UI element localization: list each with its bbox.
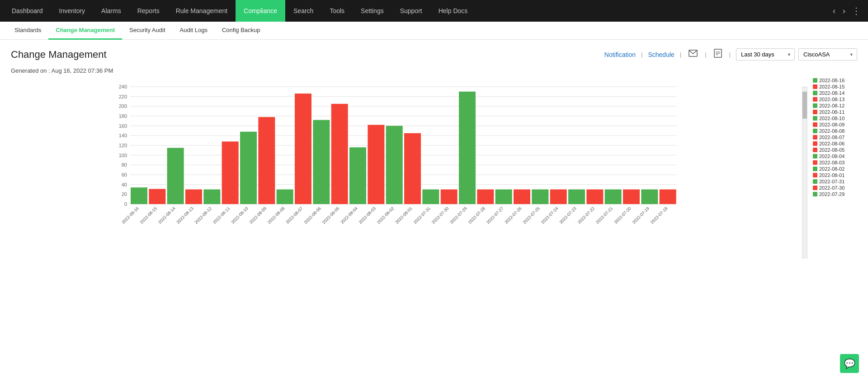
svg-text:2022-07-22: 2022-07-22 xyxy=(576,206,595,225)
legend-item-2022-08-14: 2022-08-14 xyxy=(813,90,857,96)
bar-2022-07-20[interactable] xyxy=(623,190,640,205)
legend-item-2022-08-16: 2022-08-16 xyxy=(813,78,857,83)
bar-2022-07-30[interactable] xyxy=(441,190,458,205)
legend-color-dot xyxy=(813,173,817,177)
nav-more-button[interactable]: ⋮ xyxy=(848,5,864,16)
bar-2022-08-03[interactable] xyxy=(368,125,384,205)
legend-color-dot xyxy=(813,186,817,190)
svg-text:40: 40 xyxy=(122,182,127,187)
time-range-select[interactable]: Last 30 days Last 7 days Last 90 days xyxy=(736,48,795,61)
bar-2022-07-22[interactable] xyxy=(586,190,603,205)
nav-item-support[interactable]: Support xyxy=(392,0,430,22)
bar-2022-08-14[interactable] xyxy=(167,148,184,204)
legend-item-2022-08-07: 2022-08-07 xyxy=(813,135,857,140)
legend-label: 2022-08-12 xyxy=(819,103,844,108)
legend-item-2022-08-06: 2022-08-06 xyxy=(813,141,857,146)
legend-label: 2022-07-29 xyxy=(819,191,844,197)
chart-container: 0204060801001201401601802002202402022-08… xyxy=(0,78,868,272)
subnav-item-standards[interactable]: Standards xyxy=(7,22,48,40)
legend-color-dot xyxy=(813,103,817,108)
nav-item-help-docs[interactable]: Help Docs xyxy=(430,0,476,22)
bar-2022-08-04[interactable] xyxy=(349,147,366,204)
nav-next-button[interactable]: › xyxy=(840,5,848,18)
legend-label: 2022-07-31 xyxy=(819,179,844,184)
device-select[interactable]: CiscoASA All Devices xyxy=(798,48,857,61)
bar-2022-08-02[interactable] xyxy=(386,126,403,204)
legend-label: 2022-08-07 xyxy=(819,135,844,140)
bar-2022-07-25[interactable] xyxy=(532,190,548,205)
bar-2022-08-13[interactable] xyxy=(185,190,202,205)
schedule-link[interactable]: Schedule xyxy=(648,51,674,58)
svg-text:2022-08-08: 2022-08-08 xyxy=(266,206,285,225)
email-icon-button[interactable] xyxy=(687,49,699,60)
bar-2022-07-28[interactable] xyxy=(477,190,494,205)
legend-item-2022-08-05: 2022-08-05 xyxy=(813,147,857,153)
chart-scrollbar[interactable] xyxy=(802,87,807,258)
nav-item-settings[interactable]: Settings xyxy=(353,0,392,22)
bar-2022-08-15[interactable] xyxy=(149,189,165,204)
subnav-item-audit-logs[interactable]: Audit Logs xyxy=(173,22,215,40)
svg-text:20: 20 xyxy=(122,191,127,197)
bar-2022-07-18[interactable] xyxy=(660,190,676,205)
nav-item-rule-management[interactable]: Rule Management xyxy=(168,0,236,22)
svg-text:2022-08-15: 2022-08-15 xyxy=(139,206,158,225)
chart-scroll-thumb[interactable] xyxy=(802,92,807,119)
bar-2022-08-11[interactable] xyxy=(222,141,239,204)
nav-item-tools[interactable]: Tools xyxy=(321,0,353,22)
svg-text:220: 220 xyxy=(119,94,127,99)
bar-2022-07-26[interactable] xyxy=(514,190,530,205)
legend-color-dot xyxy=(813,135,817,140)
bar-2022-08-12[interactable] xyxy=(203,190,220,205)
nav-arrows: ‹ › xyxy=(830,5,848,18)
bar-2022-08-10[interactable] xyxy=(240,132,257,204)
header-actions: Notification | Schedule | | | Last 30 da… xyxy=(604,48,857,61)
svg-text:240: 240 xyxy=(119,84,127,89)
legend-color-dot xyxy=(813,148,817,152)
legend-label: 2022-08-03 xyxy=(819,160,844,165)
svg-text:2022-07-18: 2022-07-18 xyxy=(649,206,668,225)
nav-item-dashboard[interactable]: Dashboard xyxy=(4,0,51,22)
svg-text:2022-07-29: 2022-07-29 xyxy=(449,206,468,225)
bar-2022-07-31[interactable] xyxy=(422,190,439,205)
svg-text:2022-07-28: 2022-07-28 xyxy=(467,206,486,225)
bar-2022-08-01[interactable] xyxy=(404,133,421,204)
bar-2022-08-09[interactable] xyxy=(258,117,275,204)
bar-chart: 0204060801001201401601802002202402022-08… xyxy=(11,78,800,267)
legend-color-dot xyxy=(813,141,817,146)
pdf-icon-button[interactable] xyxy=(712,48,724,61)
legend-item-2022-08-04: 2022-08-04 xyxy=(813,154,857,159)
nav-item-search[interactable]: Search xyxy=(285,0,321,22)
subnav-item-config-backup[interactable]: Config Backup xyxy=(215,22,268,40)
subnav-item-change-management[interactable]: Change Management xyxy=(48,22,122,40)
nav-item-alarms[interactable]: Alarms xyxy=(93,0,129,22)
bar-2022-08-07[interactable] xyxy=(295,93,311,204)
svg-text:2022-07-19: 2022-07-19 xyxy=(631,206,650,225)
sep3: | xyxy=(705,51,706,58)
subnav-item-security-audit[interactable]: Security Audit xyxy=(122,22,173,40)
legend-color-dot xyxy=(813,154,817,158)
bar-2022-07-21[interactable] xyxy=(605,190,622,205)
svg-text:2022-07-21: 2022-07-21 xyxy=(594,206,613,225)
legend-label: 2022-08-05 xyxy=(819,147,844,153)
svg-text:2022-07-23: 2022-07-23 xyxy=(558,206,577,225)
bar-2022-08-06[interactable] xyxy=(313,120,330,204)
legend-label: 2022-08-08 xyxy=(819,128,844,134)
notification-link[interactable]: Notification xyxy=(604,51,636,58)
generated-on-text: Generated on : Aug 16, 2022 07:36 PM xyxy=(11,67,113,74)
bar-2022-07-27[interactable] xyxy=(495,190,512,205)
bar-2022-07-29[interactable] xyxy=(459,92,476,204)
nav-item-inventory[interactable]: Inventory xyxy=(51,0,94,22)
nav-prev-button[interactable]: ‹ xyxy=(830,5,838,18)
legend-color-dot xyxy=(813,97,817,102)
bar-2022-08-16[interactable] xyxy=(131,187,147,204)
bar-2022-07-19[interactable] xyxy=(641,190,658,205)
bar-2022-07-24[interactable] xyxy=(550,190,567,205)
bar-2022-07-23[interactable] xyxy=(568,190,585,205)
bar-2022-08-08[interactable] xyxy=(277,190,293,205)
legend-item-2022-08-03: 2022-08-03 xyxy=(813,160,857,165)
svg-text:160: 160 xyxy=(119,123,127,129)
bar-2022-08-05[interactable] xyxy=(331,104,348,204)
nav-item-compliance[interactable]: Compliance xyxy=(236,0,285,22)
nav-item-reports[interactable]: Reports xyxy=(129,0,168,22)
svg-text:2022-08-06: 2022-08-06 xyxy=(303,206,322,225)
